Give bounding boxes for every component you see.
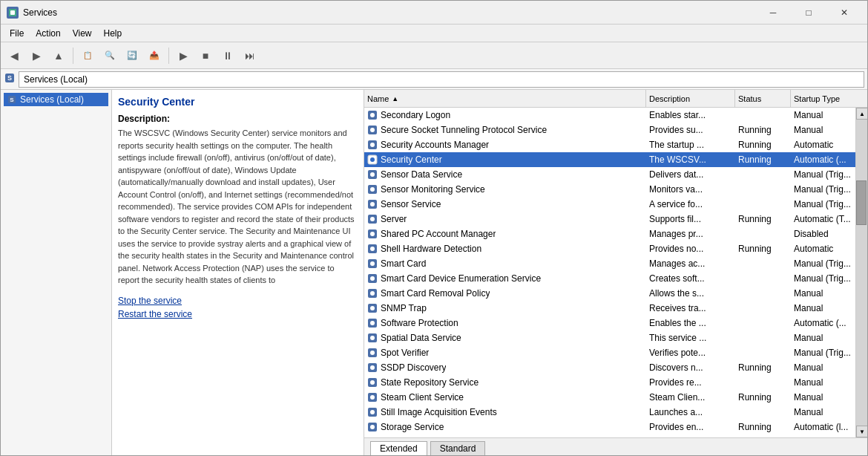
table-row[interactable]: Spot Verifier Verifies pote... Manual (T… bbox=[364, 345, 855, 360]
cell-service-status bbox=[735, 182, 791, 196]
cell-service-desc: Launches a... bbox=[646, 405, 735, 419]
col-header-startup[interactable]: Startup Type bbox=[791, 90, 867, 107]
cell-service-desc: Manages pr... bbox=[646, 227, 735, 241]
col-header-status[interactable]: Status bbox=[735, 90, 791, 107]
cell-service-desc: Monitors va... bbox=[646, 182, 735, 196]
table-row[interactable]: Sensor Monitoring Service Monitors va...… bbox=[364, 182, 855, 197]
refresh-button[interactable]: 🔄 bbox=[122, 45, 142, 66]
maximize-button[interactable]: □ bbox=[792, 5, 826, 20]
cell-service-desc: This service ... bbox=[646, 330, 735, 345]
menu-file[interactable]: File bbox=[4, 27, 30, 40]
cell-service-name: SSDP Discovery bbox=[364, 360, 646, 374]
scroll-up-button[interactable]: ▲ bbox=[856, 108, 867, 120]
cell-service-name: Sensor Monitoring Service bbox=[364, 182, 646, 196]
cell-service-name: Secure Socket Tunneling Protocol Service bbox=[364, 123, 646, 137]
cell-service-name: Steam Client Service bbox=[364, 390, 646, 404]
cell-service-name: Secondary Logon bbox=[364, 108, 646, 122]
table-row[interactable]: Shell Hardware Detection Provides no... … bbox=[364, 241, 855, 256]
restart-service-link[interactable]: Restart the service bbox=[118, 309, 358, 319]
col-header-description[interactable]: Description bbox=[646, 90, 735, 107]
table-row[interactable]: Smart Card Device Enumeration Service Cr… bbox=[364, 271, 855, 286]
svg-point-45 bbox=[370, 395, 375, 400]
menu-view[interactable]: View bbox=[67, 27, 98, 40]
table-row[interactable]: Secure Socket Tunneling Protocol Service… bbox=[364, 123, 855, 137]
address-bar-icon: S bbox=[4, 72, 16, 86]
cell-service-name: Shared PC Account Manager bbox=[364, 227, 646, 241]
table-row[interactable]: Secondary Logon Enables star... Manual L… bbox=[364, 108, 855, 123]
left-panel-description-label: Description: bbox=[118, 114, 358, 124]
close-button[interactable]: ✕ bbox=[827, 5, 861, 20]
properties-button[interactable]: 🔍 bbox=[99, 45, 120, 66]
nav-tree-services-local[interactable]: S Services (Local) bbox=[4, 93, 108, 106]
svg-point-7 bbox=[370, 113, 375, 117]
left-panel-links: Stop the service Restart the service bbox=[118, 296, 358, 319]
minimize-button[interactable]: ─ bbox=[756, 5, 790, 20]
cell-service-startup: Manual (Trig... bbox=[791, 256, 855, 270]
table-row[interactable]: Steam Client Service Steam Clien... Runn… bbox=[364, 390, 855, 405]
table-row[interactable]: Storage Service Provides en... Running A… bbox=[364, 420, 855, 434]
table-row[interactable]: State Repository Service Provides re... … bbox=[364, 375, 855, 390]
cell-service-name: Shell Hardware Detection bbox=[364, 241, 646, 255]
table-row[interactable]: Security Center The WSCSV... Running Aut… bbox=[364, 152, 855, 167]
table-row[interactable]: Shared PC Account Manager Manages pr... … bbox=[364, 227, 855, 241]
scrollbar-track bbox=[856, 120, 867, 426]
scroll-down-button[interactable]: ▼ bbox=[856, 426, 867, 437]
export-button[interactable]: 📤 bbox=[144, 45, 165, 66]
restart-service-button[interactable]: ⏭ bbox=[240, 45, 260, 66]
cell-service-status: Running bbox=[735, 390, 791, 404]
table-row[interactable]: Still Image Acquisition Events Launches … bbox=[364, 405, 855, 420]
cell-service-name: Software Protection bbox=[364, 316, 646, 330]
table-row[interactable]: Sensor Service A service fo... Manual (T… bbox=[364, 197, 855, 212]
table-row[interactable]: Sensor Data Service Delivers dat... Manu… bbox=[364, 167, 855, 182]
scrollbar-thumb[interactable] bbox=[856, 180, 867, 225]
left-panel: Security Center Description: The WSCSVC … bbox=[112, 90, 364, 455]
tab-standard[interactable]: Standard bbox=[430, 441, 486, 455]
cell-service-startup: Manual bbox=[791, 405, 855, 419]
svg-point-25 bbox=[370, 247, 375, 251]
menu-help[interactable]: Help bbox=[98, 27, 128, 40]
menu-action[interactable]: Action bbox=[30, 27, 66, 40]
cell-service-desc: Discovers n... bbox=[646, 360, 735, 374]
table-row[interactable]: Spatial Data Service This service ... Ma… bbox=[364, 330, 855, 345]
back-button[interactable]: ◀ bbox=[4, 45, 24, 66]
svg-point-35 bbox=[370, 321, 375, 325]
cell-service-status bbox=[735, 167, 791, 181]
svg-point-47 bbox=[370, 410, 375, 414]
table-row[interactable]: SNMP Trap Receives tra... Manual Local S… bbox=[364, 301, 855, 316]
table-row[interactable]: Server Supports fil... Running Automatic… bbox=[364, 212, 855, 227]
forward-button[interactable]: ▶ bbox=[26, 45, 47, 66]
vertical-scrollbar[interactable]: ▲ ▼ bbox=[855, 108, 867, 437]
cell-service-startup: Manual bbox=[791, 123, 855, 137]
svg-point-39 bbox=[370, 351, 375, 355]
window-icon bbox=[7, 7, 19, 19]
table-row[interactable]: Smart Card Manages ac... Manual (Trig...… bbox=[364, 256, 855, 271]
cell-service-name: Still Image Acquisition Events bbox=[364, 405, 646, 419]
pause-service-button[interactable]: ⏸ bbox=[217, 45, 238, 66]
cell-service-status bbox=[735, 271, 791, 285]
stop-service-link[interactable]: Stop the service bbox=[118, 296, 358, 306]
start-service-button[interactable]: ▶ bbox=[173, 45, 194, 66]
services-list[interactable]: Secondary Logon Enables star... Manual L… bbox=[364, 108, 855, 437]
cell-service-desc: Provides no... bbox=[646, 241, 735, 255]
svg-point-11 bbox=[370, 143, 375, 147]
svg-point-19 bbox=[370, 202, 375, 206]
table-row[interactable]: SSDP Discovery Discovers n... Running Ma… bbox=[364, 360, 855, 375]
svg-point-31 bbox=[370, 291, 375, 296]
stop-service-button[interactable]: ■ bbox=[195, 45, 216, 66]
col-header-name[interactable]: Name ▲ bbox=[364, 90, 646, 107]
cell-service-status bbox=[735, 256, 791, 270]
cell-service-desc: Provides re... bbox=[646, 375, 735, 389]
cell-service-status bbox=[735, 375, 791, 389]
table-row[interactable]: Software Protection Enables the ... Auto… bbox=[364, 316, 855, 330]
cell-service-name: Spot Verifier bbox=[364, 345, 646, 359]
cell-service-status: Running bbox=[735, 420, 791, 434]
table-row[interactable]: Smart Card Removal Policy Allows the s..… bbox=[364, 286, 855, 301]
svg-point-29 bbox=[370, 276, 375, 281]
tab-extended[interactable]: Extended bbox=[370, 441, 427, 455]
table-row[interactable]: Security Accounts Manager The startup ..… bbox=[364, 137, 855, 152]
nav-tree: S Services (Local) bbox=[1, 90, 112, 455]
up-button[interactable]: ▲ bbox=[48, 45, 69, 66]
show-hide-console-button[interactable]: 📋 bbox=[77, 45, 98, 66]
cell-service-startup: Manual (Trig... bbox=[791, 182, 855, 196]
cell-service-status: Running bbox=[735, 212, 791, 226]
